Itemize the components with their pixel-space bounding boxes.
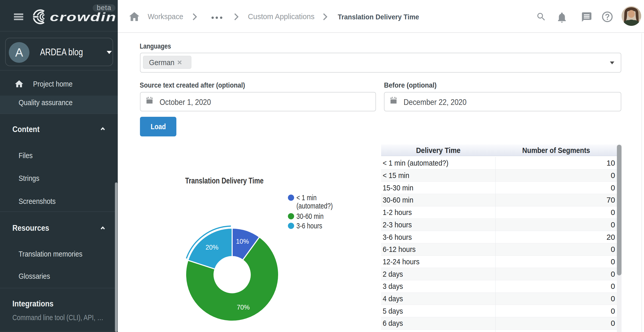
svg-text:70%: 70% <box>237 304 250 311</box>
svg-text:10%: 10% <box>236 238 249 245</box>
svg-text:20%: 20% <box>206 244 218 251</box>
